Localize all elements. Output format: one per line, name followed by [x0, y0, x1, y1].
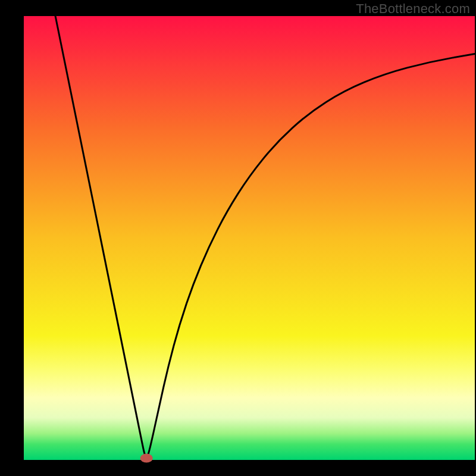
watermark-text: TheBottleneck.com	[356, 1, 470, 17]
bottleneck-chart	[0, 0, 476, 476]
plot-background	[24, 16, 475, 460]
bottleneck-indicator	[140, 454, 153, 463]
chart-frame: TheBottleneck.com	[0, 0, 476, 476]
